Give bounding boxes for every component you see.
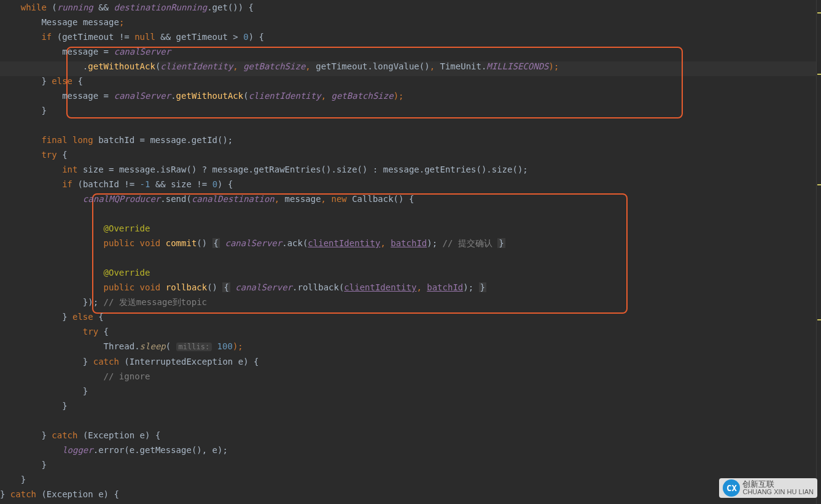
warning-marker[interactable] (817, 74, 821, 75)
warning-marker[interactable] (817, 319, 821, 320)
param-hint: millis: (176, 343, 212, 351)
watermark-logo-icon: CX (723, 479, 740, 497)
code-editor[interactable]: while (running && destinationRunning.get… (0, 0, 821, 504)
watermark-text: 创新互联 CHUANG XIN HU LIAN (742, 481, 814, 495)
code-block[interactable]: while (running && destinationRunning.get… (0, 0, 821, 502)
warning-marker[interactable] (817, 12, 821, 14)
keyword-while: while (21, 2, 47, 12)
watermark: CX 创新互联 CHUANG XIN HU LIAN (719, 478, 817, 498)
warning-marker[interactable] (817, 184, 821, 185)
marker-rail[interactable] (816, 0, 821, 504)
